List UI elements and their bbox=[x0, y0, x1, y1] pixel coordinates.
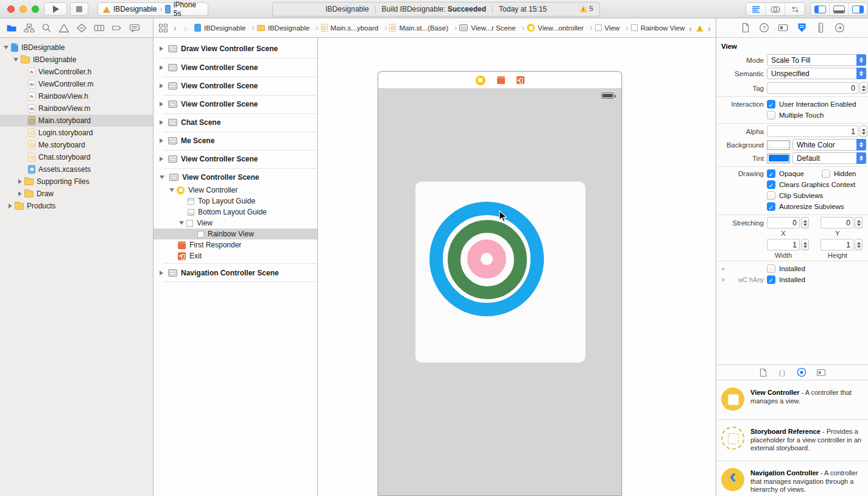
warning-badge[interactable]: 5 bbox=[580, 5, 593, 12]
breadcrumb-view[interactable]: View bbox=[595, 23, 629, 32]
disclosure-closed-icon[interactable] bbox=[160, 120, 163, 125]
tree-item-project[interactable]: IBDesignable bbox=[0, 41, 153, 54]
disclosure-closed-icon[interactable] bbox=[160, 271, 163, 275]
tree-item-file[interactable]: Assets.xcassets bbox=[0, 163, 153, 175]
standard-editor-button[interactable] bbox=[746, 3, 766, 15]
storyboard-canvas[interactable] bbox=[318, 38, 716, 496]
tree-item-folder[interactable]: Supporting Files bbox=[0, 175, 153, 188]
clip-subviews-checkbox[interactable] bbox=[767, 191, 775, 200]
outline-item-view-controller[interactable]: View Controller bbox=[153, 185, 317, 196]
object-library-tab-selected[interactable] bbox=[797, 367, 806, 377]
library-item-storyboard-reference[interactable]: Storyboard Reference - Provides a placeh… bbox=[716, 422, 868, 459]
background-color-well[interactable] bbox=[767, 140, 790, 150]
breadcrumb-scene[interactable]: View...r Scene bbox=[459, 23, 524, 32]
attributes-inspector-tab-selected[interactable] bbox=[797, 23, 807, 33]
disclosure-closed-icon[interactable] bbox=[160, 102, 163, 107]
assistant-editor-button[interactable] bbox=[766, 3, 785, 15]
installed-checkbox[interactable] bbox=[767, 264, 775, 273]
version-editor-button[interactable] bbox=[785, 3, 805, 15]
tree-item-file[interactable]: hRainbowView.h bbox=[0, 90, 153, 102]
search-navigator-tab[interactable] bbox=[41, 23, 52, 33]
view-controller-icon[interactable] bbox=[476, 76, 485, 85]
tree-item-file[interactable]: mRainbowView.m bbox=[0, 102, 153, 115]
stretch-height-field[interactable]: 1 bbox=[820, 239, 853, 250]
disclosure-open-icon[interactable] bbox=[13, 58, 18, 62]
view-controller-frame[interactable] bbox=[378, 71, 622, 496]
device-screen[interactable] bbox=[378, 89, 621, 495]
first-responder-icon[interactable] bbox=[497, 76, 505, 84]
breadcrumb-group[interactable]: IBDesignable bbox=[257, 23, 319, 32]
tree-item-file[interactable]: Chat.storyboard bbox=[0, 151, 153, 163]
forward-button[interactable]: › bbox=[184, 23, 187, 33]
multiple-touch-checkbox[interactable] bbox=[767, 111, 775, 119]
previous-issue-button[interactable]: ‹ bbox=[689, 23, 692, 34]
code-snippet-library-tab[interactable]: { } bbox=[777, 368, 787, 377]
tree-item-file[interactable]: hViewController.h bbox=[0, 66, 153, 78]
alpha-field[interactable]: 1 bbox=[767, 126, 858, 137]
size-inspector-tab[interactable] bbox=[816, 23, 826, 33]
alpha-stepper[interactable] bbox=[859, 126, 867, 137]
breakpoint-navigator-tab[interactable] bbox=[111, 23, 122, 33]
background-dropdown[interactable]: White Color bbox=[792, 139, 866, 151]
disclosure-closed-icon[interactable] bbox=[160, 65, 163, 70]
back-button[interactable]: ‹ bbox=[174, 23, 177, 33]
outline-item-top-layout-guide[interactable]: Top Layout Guide bbox=[153, 196, 317, 207]
tag-stepper[interactable] bbox=[859, 82, 867, 94]
library-item-view-controller[interactable]: View Controller - A controller that mana… bbox=[716, 383, 868, 418]
breadcrumb-project[interactable]: IBDesignable bbox=[194, 23, 255, 32]
media-library-tab[interactable] bbox=[816, 368, 826, 377]
tree-item-products[interactable]: Products bbox=[0, 200, 153, 212]
file-template-library-tab[interactable] bbox=[759, 368, 767, 377]
debug-navigator-tab[interactable] bbox=[94, 23, 105, 33]
scene-row[interactable]: View Controller Scene bbox=[153, 79, 317, 93]
tree-item-file[interactable]: Me.storyboard bbox=[0, 139, 153, 151]
installed-variation-checkbox[interactable] bbox=[767, 275, 775, 284]
mode-dropdown[interactable]: Scale To Fill bbox=[767, 54, 866, 66]
stretch-x-field[interactable]: 0 bbox=[767, 217, 800, 229]
stretch-y-field[interactable]: 0 bbox=[820, 217, 853, 229]
related-items-button[interactable] bbox=[158, 23, 168, 33]
stretch-x-stepper[interactable] bbox=[801, 217, 809, 229]
project-navigator-tab[interactable] bbox=[6, 23, 17, 33]
disclosure-open-icon[interactable] bbox=[179, 221, 184, 225]
test-navigator-tab[interactable] bbox=[76, 23, 87, 33]
scene-row[interactable]: View Controller Scene bbox=[153, 97, 317, 112]
disclosure-closed-icon[interactable] bbox=[9, 204, 12, 208]
scene-row[interactable]: Navigation Controller Scene bbox=[153, 266, 317, 280]
debug-area-button[interactable] bbox=[830, 3, 849, 15]
outline-item-rainbow-view-selected[interactable]: Rainbow View bbox=[153, 229, 317, 239]
outline-item-first-responder[interactable]: First Responder bbox=[153, 239, 317, 250]
minimize-button[interactable] bbox=[19, 5, 27, 13]
breadcrumb-view-controller[interactable]: View...ontroller bbox=[527, 23, 593, 32]
zoom-button[interactable] bbox=[32, 5, 39, 13]
opaque-checkbox[interactable] bbox=[767, 169, 775, 178]
outline-item-view[interactable]: View bbox=[153, 218, 317, 229]
identity-inspector-tab[interactable] bbox=[778, 23, 788, 33]
remove-variation-button[interactable]: × bbox=[721, 276, 725, 283]
disclosure-closed-icon[interactable] bbox=[160, 138, 163, 143]
disclosure-closed-icon[interactable] bbox=[160, 157, 163, 161]
breadcrumb-storyboard[interactable]: Main.s...yboard bbox=[321, 23, 387, 32]
exit-icon[interactable] bbox=[517, 76, 524, 84]
symbol-navigator-tab[interactable] bbox=[24, 23, 35, 33]
scene-row[interactable]: Chat Scene bbox=[153, 115, 317, 130]
disclosure-closed-icon[interactable] bbox=[160, 83, 163, 88]
stretch-width-stepper[interactable] bbox=[801, 239, 809, 250]
rainbow-view[interactable] bbox=[415, 182, 585, 363]
stretch-y-stepper[interactable] bbox=[855, 217, 863, 229]
disclosure-open-icon[interactable] bbox=[4, 46, 9, 49]
scene-row-expanded[interactable]: View Controller Scene bbox=[153, 170, 317, 185]
outline-item-exit[interactable]: Exit bbox=[153, 250, 317, 261]
scheme-selector[interactable]: IBDesignable › iPhone 5s bbox=[97, 2, 208, 16]
tag-field[interactable]: 0 bbox=[767, 82, 858, 94]
tint-color-well[interactable] bbox=[767, 154, 790, 163]
breadcrumb-storyboard-base[interactable]: Main.st...(Base) bbox=[389, 23, 457, 32]
disclosure-closed-icon[interactable] bbox=[160, 46, 163, 51]
stretch-width-field[interactable]: 1 bbox=[767, 239, 800, 250]
disclosure-closed-icon[interactable] bbox=[18, 179, 22, 184]
tree-item-folder[interactable]: Draw bbox=[0, 188, 153, 200]
stop-button[interactable] bbox=[70, 2, 88, 16]
inspector-panel-button[interactable] bbox=[849, 3, 867, 15]
next-issue-button[interactable]: › bbox=[708, 23, 711, 34]
autoresize-subviews-checkbox[interactable] bbox=[767, 202, 775, 211]
